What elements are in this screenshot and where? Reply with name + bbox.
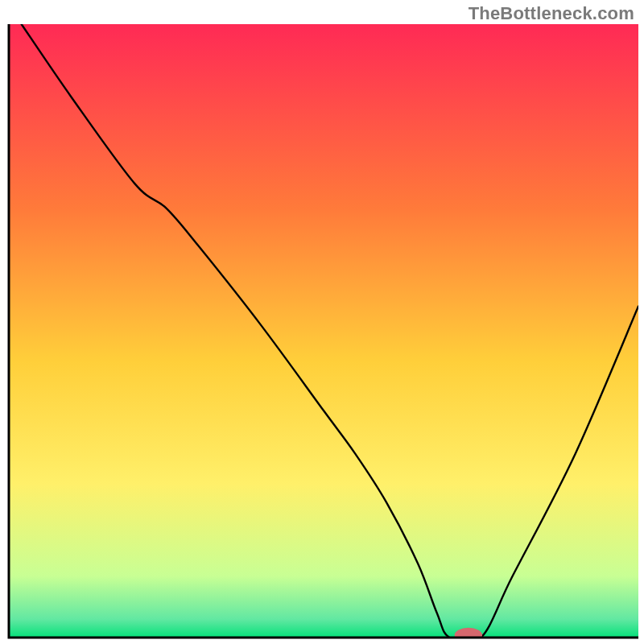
optimal-marker: [455, 628, 482, 642]
watermark-text: TheBottleneck.com: [469, 3, 634, 24]
bottleneck-chart: [0, 0, 644, 644]
gradient-background: [9, 24, 638, 638]
chart-container: TheBottleneck.com: [0, 0, 644, 644]
